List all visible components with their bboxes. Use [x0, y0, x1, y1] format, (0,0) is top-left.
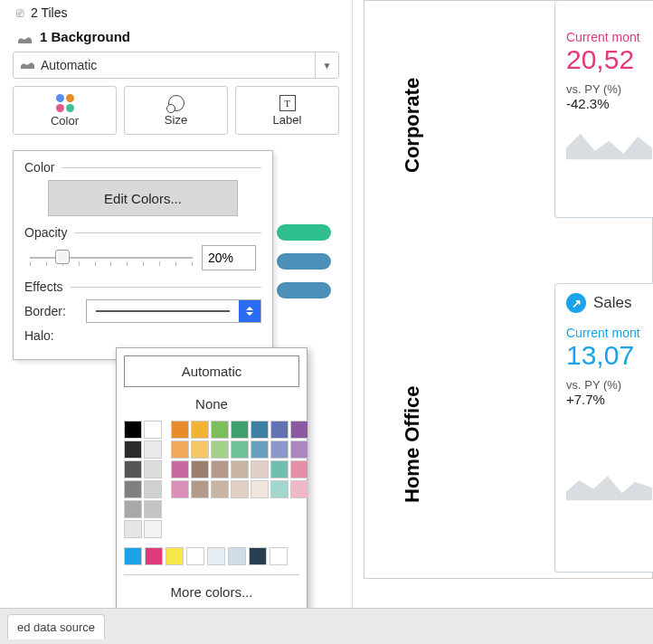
color-swatch[interactable]	[144, 460, 162, 478]
divider	[62, 167, 261, 168]
more-colors-button[interactable]: More colors...	[124, 574, 299, 603]
color-swatch[interactable]	[290, 440, 308, 459]
opacity-slider[interactable]	[30, 247, 193, 269]
color-swatch[interactable]	[231, 480, 249, 498]
color-swatch[interactable]	[211, 480, 229, 498]
stepper-icon[interactable]	[239, 300, 260, 322]
picker-none-button[interactable]: None	[124, 396, 299, 412]
color-swatch[interactable]	[251, 460, 269, 478]
border-row: Border:	[24, 299, 261, 323]
metric-value: 13,07	[566, 340, 652, 371]
color-swatch[interactable]	[144, 421, 162, 439]
color-popup: Color Edit Colors... Opacity Effects Bor…	[13, 150, 273, 360]
size-button[interactable]: Size	[124, 86, 228, 135]
color-swatch[interactable]	[124, 460, 142, 478]
color-swatch[interactable]	[124, 500, 142, 518]
border-label: Border:	[24, 304, 79, 318]
divider	[74, 232, 261, 233]
color-swatch[interactable]	[166, 547, 184, 565]
label-button[interactable]: T Label	[235, 86, 339, 135]
world-icon	[16, 32, 33, 43]
arrow-up-icon: ↗	[566, 293, 586, 313]
color-swatch[interactable]	[191, 421, 209, 439]
color-swatch[interactable]	[186, 547, 204, 565]
border-preview	[96, 310, 230, 312]
size-icon	[168, 95, 185, 111]
color-button[interactable]: Color	[13, 86, 117, 135]
color-swatch[interactable]	[144, 500, 162, 518]
color-swatch[interactable]	[270, 421, 289, 439]
color-swatch[interactable]	[290, 421, 308, 439]
divider	[71, 287, 261, 288]
color-swatch[interactable]	[251, 421, 269, 439]
legend-chip	[277, 253, 331, 270]
color-swatch[interactable]	[191, 460, 209, 478]
color-swatch[interactable]	[211, 460, 229, 478]
marks-panel: ⎚ 2 Tiles 1 Background Automatic ▼ Color	[0, 0, 353, 644]
color-swatch[interactable]	[191, 440, 209, 459]
halo-row: Halo:	[24, 328, 261, 343]
color-swatch[interactable]	[290, 480, 308, 498]
color-swatch[interactable]	[211, 440, 229, 459]
color-swatch-grid	[171, 421, 308, 538]
color-swatch[interactable]	[231, 440, 249, 459]
edit-colors-button[interactable]: Edit Colors...	[48, 180, 238, 216]
color-swatch[interactable]	[231, 421, 249, 439]
kpi-card-home-office[interactable]: ↗ Sales Current mont 13,07 vs. PY (%) +7…	[554, 283, 653, 573]
color-swatch[interactable]	[171, 460, 189, 478]
color-swatch[interactable]	[191, 480, 209, 498]
accent-swatch-row	[124, 547, 299, 565]
opacity-input[interactable]	[202, 245, 256, 270]
marks-panel-top: ⎚ 2 Tiles 1 Background Automatic ▼ Color	[0, 0, 352, 142]
data-source-tab[interactable]: ed data source	[7, 614, 105, 639]
border-combo[interactable]	[86, 299, 261, 323]
color-swatch[interactable]	[171, 440, 189, 459]
legend-chip	[277, 282, 331, 298]
picker-automatic-button[interactable]: Automatic	[124, 355, 299, 387]
mark-type-dropdown[interactable]: Automatic ▼	[13, 52, 339, 79]
swatch-area	[124, 421, 299, 538]
color-swatch[interactable]	[249, 547, 267, 565]
halo-label: Halo:	[24, 328, 79, 343]
color-swatch[interactable]	[251, 480, 269, 498]
color-section: Color	[24, 160, 261, 175]
color-swatch[interactable]	[144, 440, 162, 459]
color-swatch[interactable]	[211, 421, 229, 439]
color-swatch[interactable]	[124, 547, 142, 565]
color-swatch[interactable]	[124, 440, 142, 459]
label-button-label: Label	[273, 113, 302, 127]
color-swatch[interactable]	[270, 460, 289, 478]
marks-row-current[interactable]: 1 Background	[11, 24, 341, 52]
color-swatch[interactable]	[290, 460, 308, 478]
color-swatch[interactable]	[207, 547, 225, 565]
slider-thumb[interactable]	[55, 250, 70, 264]
color-swatch[interactable]	[270, 440, 289, 459]
vs-label: vs. PY (%)	[566, 378, 652, 392]
vs-label: vs. PY (%)	[566, 82, 652, 96]
kpi-card-corporate[interactable]: Current mont 20,52 vs. PY (%) -42.3%	[554, 1, 653, 218]
segment-label-home-office: Home Office	[401, 385, 424, 503]
sparkline	[566, 463, 652, 505]
color-swatch[interactable]	[270, 480, 289, 498]
color-swatch[interactable]	[124, 421, 142, 439]
color-swatch[interactable]	[228, 547, 246, 565]
mark-type-value: Automatic	[41, 58, 315, 72]
label-icon: T	[279, 95, 296, 111]
marks-row-prev[interactable]: ⎚ 2 Tiles	[11, 4, 341, 24]
size-button-label: Size	[165, 113, 187, 127]
color-swatch[interactable]	[145, 547, 163, 565]
marks-row-prev-label: 2 Tiles	[31, 5, 67, 20]
segment-label-corporate: Corporate	[401, 78, 424, 173]
color-swatch[interactable]	[171, 480, 189, 498]
color-swatch[interactable]	[231, 460, 249, 478]
color-swatch[interactable]	[171, 421, 189, 439]
metric-value: 20,52	[566, 44, 652, 75]
world-icon	[14, 59, 41, 72]
color-swatch[interactable]	[124, 480, 142, 498]
color-swatch[interactable]	[251, 440, 269, 459]
color-swatch[interactable]	[144, 480, 162, 498]
color-swatch[interactable]	[270, 547, 288, 565]
chevron-down-icon[interactable]: ▼	[315, 52, 338, 78]
color-swatch[interactable]	[144, 520, 162, 538]
color-swatch[interactable]	[124, 520, 142, 538]
